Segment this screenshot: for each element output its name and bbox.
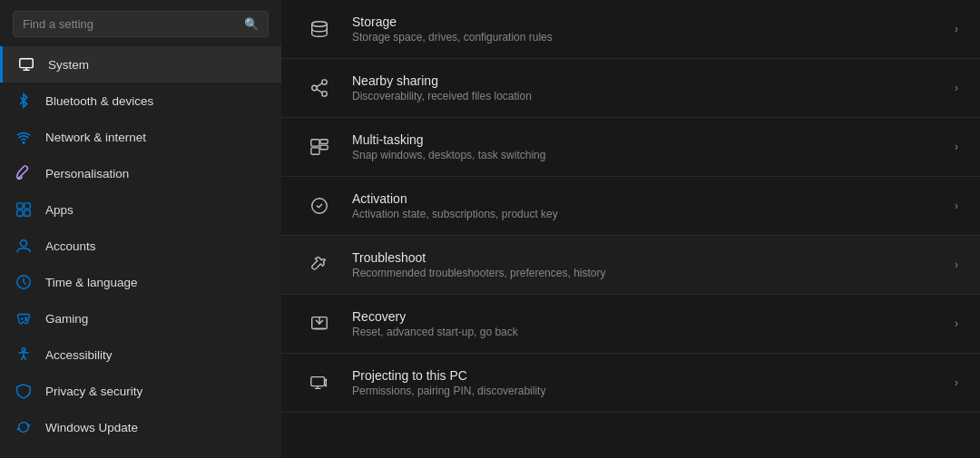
svg-rect-7 <box>24 210 30 216</box>
settings-item-troubleshoot[interactable]: Troubleshoot Recommended troubleshooters… <box>281 236 980 295</box>
clock-icon <box>15 273 33 291</box>
activation-title: Activation <box>352 191 938 206</box>
storage-icon <box>303 13 336 45</box>
projecting-title: Projecting to this PC <box>352 368 938 383</box>
network-icon <box>15 128 33 146</box>
troubleshoot-text: Troubleshoot Recommended troubleshooters… <box>352 250 938 279</box>
activation-subtitle: Activation state, subscriptions, product… <box>352 208 938 220</box>
sidebar-item-gaming[interactable]: Gaming <box>0 300 281 336</box>
search-input[interactable] <box>23 17 244 31</box>
nearby-sharing-title: Nearby sharing <box>352 73 938 88</box>
projecting-text: Projecting to this PC Permissions, pairi… <box>352 368 938 397</box>
gaming-icon <box>15 309 33 327</box>
svg-rect-22 <box>320 140 328 144</box>
sidebar-item-label-gaming: Gaming <box>45 312 88 326</box>
svg-rect-0 <box>20 59 33 68</box>
multitasking-subtitle: Snap windows, desktops, task switching <box>352 149 938 161</box>
nearby-sharing-subtitle: Discoverability, received files location <box>352 90 938 102</box>
nearby-sharing-text: Nearby sharing Discoverability, received… <box>352 73 938 102</box>
sidebar-item-update[interactable]: Windows Update <box>0 409 281 445</box>
sidebar-item-accounts[interactable]: Accounts <box>0 228 281 264</box>
apps-icon <box>15 200 33 219</box>
svg-point-18 <box>322 92 328 97</box>
brush-icon <box>15 164 33 182</box>
svg-rect-23 <box>320 145 328 150</box>
projecting-subtitle: Permissions, pairing PIN, discoverabilit… <box>352 385 938 397</box>
activation-text: Activation Activation state, subscriptio… <box>352 191 938 220</box>
recovery-text: Recovery Reset, advanced start-up, go ba… <box>352 309 938 338</box>
search-icon: 🔍 <box>244 17 259 31</box>
recovery-icon <box>303 307 336 340</box>
settings-item-nearby-sharing[interactable]: Nearby sharing Discoverability, received… <box>281 59 980 118</box>
svg-point-8 <box>20 240 26 247</box>
troubleshoot-chevron: › <box>955 258 958 271</box>
svg-rect-6 <box>17 210 23 216</box>
sidebar-nav: System Bluetooth & devices Network & <box>0 46 281 458</box>
sidebar-item-label-time: Time & language <box>45 276 138 289</box>
svg-point-14 <box>22 348 25 352</box>
settings-list: Storage Storage space, drives, configura… <box>281 0 980 413</box>
sidebar-item-bluetooth[interactable]: Bluetooth & devices <box>0 83 281 119</box>
sidebar-item-label-system: System <box>48 58 89 72</box>
settings-item-activation[interactable]: Activation Activation state, subscriptio… <box>281 177 980 236</box>
sidebar-item-label-update: Windows Update <box>45 421 138 434</box>
svg-point-12 <box>25 317 26 318</box>
projecting-chevron: › <box>955 376 958 389</box>
sidebar-item-label-accounts: Accounts <box>45 239 96 253</box>
sidebar-item-label-bluetooth: Bluetooth & devices <box>45 94 153 108</box>
svg-point-3 <box>23 141 24 143</box>
storage-chevron: › <box>955 23 958 35</box>
settings-item-recovery[interactable]: Recovery Reset, advanced start-up, go ba… <box>281 295 980 354</box>
search-box[interactable]: 🔍 <box>13 11 269 37</box>
svg-point-15 <box>312 22 328 27</box>
nearby-sharing-icon <box>303 72 336 104</box>
troubleshoot-icon <box>303 248 336 281</box>
svg-rect-24 <box>311 148 319 154</box>
storage-title: Storage <box>352 15 938 29</box>
settings-item-multitasking[interactable]: Multi-tasking Snap windows, desktops, ta… <box>281 118 980 177</box>
bluetooth-icon <box>15 92 33 110</box>
main-content: Storage Storage space, drives, configura… <box>281 0 980 458</box>
nearby-sharing-chevron: › <box>955 82 958 94</box>
svg-rect-21 <box>311 140 319 146</box>
recovery-title: Recovery <box>352 309 938 324</box>
svg-rect-5 <box>24 203 30 209</box>
troubleshoot-title: Troubleshoot <box>352 250 938 265</box>
sidebar-item-accessibility[interactable]: Accessibility <box>0 336 281 373</box>
svg-line-19 <box>317 83 322 87</box>
recovery-chevron: › <box>955 317 958 330</box>
multitasking-title: Multi-tasking <box>352 132 938 147</box>
sidebar-item-time[interactable]: Time & language <box>0 264 281 300</box>
svg-point-13 <box>25 319 26 320</box>
privacy-icon <box>15 382 33 400</box>
settings-item-projecting[interactable]: Projecting to this PC Permissions, pairi… <box>281 354 980 413</box>
settings-item-storage[interactable]: Storage Storage space, drives, configura… <box>281 0 980 59</box>
sidebar-item-label-apps: Apps <box>45 203 74 217</box>
sidebar-item-label-privacy: Privacy & security <box>45 385 142 398</box>
troubleshoot-subtitle: Recommended troubleshooters, preferences… <box>352 267 938 279</box>
activation-icon <box>303 190 336 222</box>
sidebar-item-network[interactable]: Network & internet <box>0 119 281 155</box>
multitasking-text: Multi-tasking Snap windows, desktops, ta… <box>352 132 938 161</box>
monitor-icon <box>17 55 35 73</box>
svg-rect-4 <box>17 203 23 209</box>
sidebar-item-label-accessibility: Accessibility <box>45 348 113 362</box>
recovery-subtitle: Reset, advanced start-up, go back <box>352 326 938 338</box>
sidebar-item-privacy[interactable]: Privacy & security <box>0 373 281 409</box>
update-icon <box>15 418 33 436</box>
svg-line-20 <box>317 89 322 93</box>
sidebar-item-label-personalisation: Personalisation <box>45 167 129 180</box>
account-icon <box>15 237 33 255</box>
sidebar: 🔍 System Bluetooth & devices <box>0 0 281 458</box>
projecting-icon <box>303 366 336 399</box>
svg-point-16 <box>322 80 328 85</box>
sidebar-item-system[interactable]: System <box>0 46 281 83</box>
activation-chevron: › <box>955 200 958 212</box>
svg-rect-30 <box>311 377 325 386</box>
storage-subtitle: Storage space, drives, configuration rul… <box>352 31 938 44</box>
sidebar-item-label-network: Network & internet <box>45 131 146 144</box>
multitasking-icon <box>303 131 336 163</box>
sidebar-item-personalisation[interactable]: Personalisation <box>0 155 281 191</box>
sidebar-item-apps[interactable]: Apps <box>0 191 281 228</box>
accessibility-icon <box>15 346 33 364</box>
